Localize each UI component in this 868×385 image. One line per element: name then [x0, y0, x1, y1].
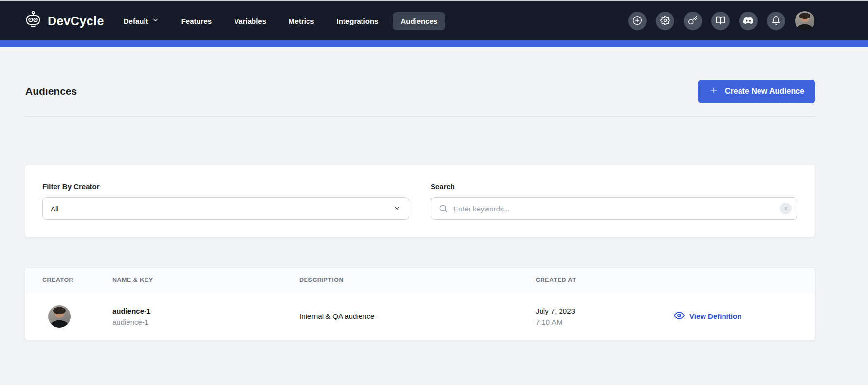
- navbar-right-actions: [628, 11, 814, 31]
- plus-icon: [709, 86, 719, 97]
- creator-avatar: [48, 305, 71, 328]
- search-input[interactable]: [431, 197, 797, 220]
- key-icon: [688, 16, 698, 27]
- column-header-created-at: CREATED AT: [536, 277, 672, 283]
- page-header: Audiences Create New Audience: [24, 80, 815, 103]
- search-clear-button[interactable]: ×: [780, 203, 792, 214]
- creator-cell: [42, 305, 112, 328]
- table-row: audience-1 audience-1 Internal & QA audi…: [25, 292, 815, 340]
- nav-item-features[interactable]: Features: [181, 17, 212, 25]
- notifications-button[interactable]: [767, 12, 785, 30]
- audience-key: audience-1: [112, 318, 299, 326]
- creator-filter-value: All: [51, 205, 59, 213]
- column-header-name-key: NAME & KEY: [112, 277, 299, 283]
- api-keys-button[interactable]: [684, 12, 702, 30]
- devcycle-robot-logo-icon: [23, 10, 43, 32]
- nav-item-integrations[interactable]: Integrations: [337, 17, 379, 25]
- brand-name: DevCycle: [48, 14, 104, 28]
- audiences-table: CREATOR NAME & KEY DESCRIPTION CREATED A…: [24, 267, 815, 341]
- header-divider: [24, 116, 815, 117]
- top-navbar: DevCycle Default Features Variables Metr…: [0, 1, 868, 40]
- chevron-down-icon: [152, 17, 159, 25]
- search-icon: [438, 204, 448, 213]
- create-new-audience-button[interactable]: Create New Audience: [698, 80, 815, 103]
- screen: DevCycle Default Features Variables Metr…: [0, 0, 868, 385]
- chevron-down-icon: [393, 204, 401, 213]
- create-plus-button[interactable]: [628, 12, 647, 30]
- create-new-audience-label: Create New Audience: [725, 87, 804, 96]
- page-title: Audiences: [24, 86, 77, 97]
- created-date: July 7, 2023: [536, 307, 672, 315]
- creator-filter-label: Filter By Creator: [42, 182, 409, 191]
- view-definition-label: View Definition: [689, 312, 741, 320]
- project-selector[interactable]: Default: [124, 17, 159, 25]
- discord-button[interactable]: [739, 12, 758, 30]
- search-label: Search: [431, 182, 797, 191]
- settings-button[interactable]: [656, 12, 674, 30]
- column-header-description: DESCRIPTION: [299, 277, 536, 283]
- nav-item-audiences-active[interactable]: Audiences: [393, 12, 445, 30]
- book-icon: [716, 16, 725, 27]
- column-header-creator: CREATOR: [42, 277, 112, 283]
- audience-name: audience-1: [112, 307, 299, 315]
- creator-filter-select[interactable]: All: [42, 197, 409, 220]
- filter-card: Filter By Creator All Search ×: [24, 164, 815, 238]
- nav-item-variables[interactable]: Variables: [234, 17, 266, 25]
- plus-circle-icon: [633, 16, 642, 27]
- created-at-cell: July 7, 2023 7:10 AM: [536, 307, 672, 326]
- gear-icon: [660, 16, 670, 27]
- main-content: Audiences Create New Audience Filter By …: [24, 80, 815, 341]
- main-nav: Features Variables Metrics Integrations …: [181, 12, 446, 30]
- docs-button[interactable]: [711, 12, 730, 30]
- view-definition-link[interactable]: View Definition: [674, 310, 741, 322]
- project-selector-label: Default: [124, 17, 148, 25]
- created-time: 7:10 AM: [536, 318, 672, 326]
- discord-icon: [743, 16, 753, 27]
- actions-cell: View Definition: [672, 310, 815, 323]
- creator-filter-field: Filter By Creator All: [42, 182, 409, 220]
- nav-item-metrics[interactable]: Metrics: [289, 17, 314, 25]
- table-header-row: CREATOR NAME & KEY DESCRIPTION CREATED A…: [25, 268, 815, 292]
- name-key-cell: audience-1 audience-1: [112, 307, 299, 326]
- user-avatar[interactable]: [795, 11, 814, 31]
- search-field: Search ×: [431, 182, 797, 220]
- brand[interactable]: DevCycle: [23, 10, 104, 32]
- accent-bar: [0, 40, 868, 47]
- description-cell: Internal & QA audience: [299, 312, 536, 320]
- search-box: ×: [431, 197, 797, 220]
- eye-icon: [674, 310, 685, 322]
- bell-icon: [771, 16, 781, 27]
